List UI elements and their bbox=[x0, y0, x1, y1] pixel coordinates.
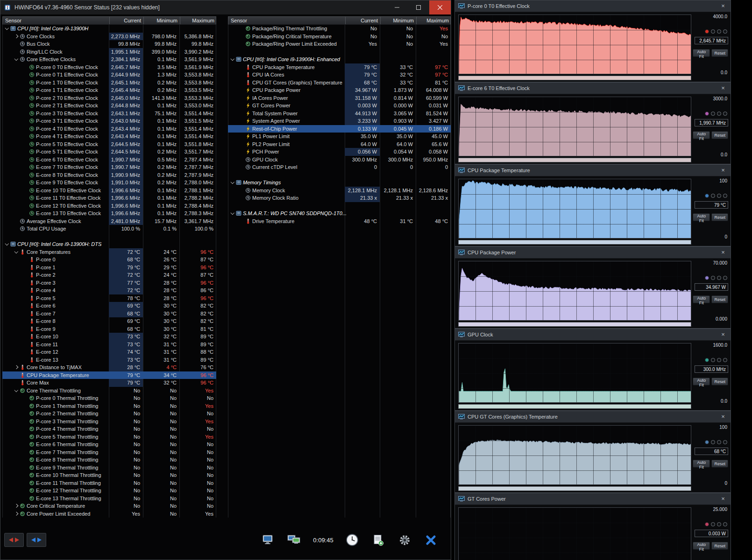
sensor-row[interactable]: IA Cores Power31.158 W0.814 W60.599 W bbox=[228, 94, 451, 102]
sensor-row[interactable]: P-core 4 T0 Effective Clock2,643.4 MHz0.… bbox=[2, 125, 216, 133]
sensor-row[interactable]: PL2 Power Limit64.0 W64.0 W65.6 W bbox=[228, 140, 451, 148]
sensor-row[interactable]: S.M.A.R.T.: WD PC SN740 SDDPNQD-1T0... bbox=[228, 210, 451, 217]
sensor-row[interactable]: E-core 1073 °C32 °C89 °C bbox=[2, 333, 216, 341]
sensor-row[interactable]: Package/Ring Thermal ThrottlingNoNoYes bbox=[228, 25, 451, 33]
sensor-row[interactable]: P-core 5 T1 Effective Clock2,644.5 MHz0.… bbox=[2, 148, 216, 156]
sensor-row[interactable]: P-core 1 T1 Effective Clock2,645.4 MHz0.… bbox=[2, 86, 216, 94]
sensor-row[interactable]: E-core 1274 °C31 °C88 °C bbox=[2, 348, 216, 356]
sensor-row[interactable]: CPU [#0]: Intel Core i9-13900H bbox=[2, 25, 216, 33]
close-icon[interactable]: × bbox=[719, 495, 727, 503]
sensor-row[interactable]: P-core 179 °C29 °C96 °C bbox=[2, 264, 216, 272]
sensor-row[interactable]: Core Power Limit ExceededYesNoYes bbox=[2, 510, 216, 518]
sensor-row[interactable]: GPU Clock300.0 MHz300.0 MHz950.0 MHz bbox=[228, 156, 451, 164]
sensor-row[interactable]: CPU IA Cores79 °C32 °C97 °C bbox=[228, 71, 451, 79]
option-circle[interactable] bbox=[711, 358, 715, 362]
close-icon[interactable]: × bbox=[719, 2, 727, 10]
option-circle[interactable] bbox=[711, 112, 715, 116]
sensor-row[interactable]: E-core 12 Thermal ThrottlingNoNoNo bbox=[2, 487, 216, 495]
series-color-dot[interactable] bbox=[705, 358, 709, 362]
clock-button[interactable] bbox=[342, 530, 362, 550]
option-circle[interactable] bbox=[711, 276, 715, 280]
auto-fit-button[interactable]: Auto Fit bbox=[693, 378, 710, 385]
settings-gear-button[interactable] bbox=[395, 530, 414, 550]
expand-chevron-icon[interactable] bbox=[14, 511, 19, 517]
sensor-row[interactable]: E-core 1173 °C31 °C89 °C bbox=[2, 341, 216, 349]
sensor-row[interactable]: Core Distance to TjMAX28 °C4 °C76 °C bbox=[2, 364, 216, 371]
option-circle[interactable] bbox=[717, 522, 721, 526]
sensor-row[interactable]: E-core 8 T0 Effective Clock1,990.9 MHz0.… bbox=[2, 171, 216, 179]
sensor-row[interactable]: Core Effective Clocks2,384.1 MHz0.1 MHz3… bbox=[2, 56, 216, 63]
graph-titlebar[interactable]: CPU Package Temperature× bbox=[455, 165, 731, 176]
sensor-row[interactable]: Rest-of-Chip Power0.133 W0.045 W0.186 W bbox=[228, 125, 451, 133]
column-header-sensor[interactable]: Sensor bbox=[228, 17, 345, 24]
reset-button[interactable]: Reset bbox=[711, 49, 728, 57]
sensor-row[interactable]: P-core 1 Thermal ThrottlingNoNoYes bbox=[2, 402, 216, 410]
close-button[interactable] bbox=[429, 0, 451, 14]
sensor-row[interactable]: P-core 2 T1 Effective Clock2,644.8 MHz0.… bbox=[2, 102, 216, 110]
minimize-button[interactable] bbox=[386, 0, 408, 14]
option-circle[interactable] bbox=[723, 194, 727, 198]
option-circle[interactable] bbox=[711, 522, 715, 526]
sensor-row[interactable]: P-core 578 °C28 °C96 °C bbox=[2, 294, 216, 302]
sensor-row[interactable]: CPU [#0]: Intel Core i9-13900H: Enhanced bbox=[228, 56, 451, 63]
sensor-row[interactable]: E-core 768 °C30 °C82 °C bbox=[2, 310, 216, 318]
sensor-row[interactable]: CPU GT Cores (Graphics) Temperature68 °C… bbox=[228, 79, 451, 87]
sensor-row[interactable]: Memory Clock2,128.1 MHz2,128.1 MHz2,128.… bbox=[228, 187, 451, 195]
sensor-row[interactable]: P-core 3 T0 Effective Clock2,643.1 MHz75… bbox=[2, 110, 216, 118]
sensor-row[interactable]: P-core 5 Thermal ThrottlingNoNoYes bbox=[2, 433, 216, 441]
sensor-row[interactable]: Package/Ring Power Limit ExceededYesNoYe… bbox=[228, 40, 451, 48]
collapse-chevron-icon[interactable] bbox=[230, 210, 235, 216]
sensor-row[interactable]: Memory Timings bbox=[228, 179, 451, 187]
option-circle[interactable] bbox=[717, 440, 721, 444]
sensor-row[interactable]: System Agent Power3.233 W0.903 W3.427 W bbox=[228, 117, 451, 125]
sensor-row[interactable]: P-core 2 Thermal ThrottlingNoNoNo bbox=[2, 410, 216, 418]
graph-titlebar[interactable]: P-core 0 T0 Effective Clock× bbox=[455, 0, 731, 12]
sensor-row[interactable]: CPU Package Temperature79 °C34 °C96 °C bbox=[2, 371, 216, 379]
graph-scrollbar[interactable] bbox=[458, 158, 691, 162]
auto-fit-button[interactable]: Auto Fit bbox=[693, 460, 710, 468]
auto-fit-button[interactable]: Auto Fit bbox=[693, 213, 710, 221]
titlebar[interactable]: HWiNFO64 v7.36-4960 Sensor Status [232 v… bbox=[0, 0, 451, 14]
sensor-row[interactable]: E-core 6 T0 Effective Clock1,990.7 MHz0.… bbox=[2, 156, 216, 164]
sensor-row[interactable]: P-core 0 Thermal ThrottlingNoNoNo bbox=[2, 394, 216, 402]
graph-scrollbar[interactable] bbox=[458, 404, 691, 409]
sensor-row[interactable]: Core Thermal ThrottlingNoNoYes bbox=[2, 387, 216, 395]
option-circle[interactable] bbox=[711, 29, 715, 34]
collapse-chevron-icon[interactable] bbox=[14, 249, 19, 255]
sensor-row[interactable]: E-core 9 T0 Effective Clock1,991.0 MHz0.… bbox=[2, 179, 216, 187]
close-icon[interactable]: × bbox=[719, 413, 727, 421]
graph-titlebar[interactable]: CPU GT Cores (Graphics) Temperature× bbox=[455, 411, 731, 423]
sensor-row[interactable]: Package/Ring Critical TemperatureNoNoNo bbox=[228, 33, 451, 41]
sensor-row[interactable]: E-core 1373 °C31 °C89 °C bbox=[2, 356, 216, 364]
sensor-row[interactable]: PL1 Power Limit35.0 W35.0 W45.0 W bbox=[228, 133, 451, 140]
sensor-row[interactable]: P-core 2 T0 Effective Clock2,645.0 MHz14… bbox=[2, 94, 216, 102]
sensor-row[interactable]: Average Effective Clock2,481.0 MHz15.7 M… bbox=[2, 217, 216, 225]
sensor-row[interactable]: Total CPU Usage100.0 %0.1 %100.0 % bbox=[2, 225, 216, 233]
reset-button[interactable]: Reset bbox=[711, 542, 728, 550]
sensor-row[interactable]: Ring/LLC Clock1,995.1 MHz399.0 MHz3,990.… bbox=[2, 48, 216, 56]
maximize-button[interactable] bbox=[408, 0, 429, 14]
option-circle[interactable] bbox=[723, 112, 727, 116]
option-circle[interactable] bbox=[717, 276, 721, 280]
sensor-row[interactable]: E-core 11 Thermal ThrottlingNoNoNo bbox=[2, 479, 216, 487]
column-header-minimum[interactable]: Minimum bbox=[380, 17, 416, 24]
sensor-row[interactable]: P-core 3 T1 Effective Clock2,643.0 MHz0.… bbox=[2, 117, 216, 125]
graph-scrollbar[interactable] bbox=[458, 486, 691, 491]
reset-button[interactable]: Reset bbox=[711, 295, 728, 303]
sensor-row[interactable]: E-core 12 T0 Effective Clock1,996.6 MHz0… bbox=[2, 202, 216, 210]
option-circle[interactable] bbox=[717, 112, 721, 116]
close-sensors-button[interactable] bbox=[421, 530, 440, 550]
sensor-row[interactable]: Memory Clock Ratio21.33 x21.33 x21.33 x bbox=[228, 194, 451, 202]
sensor-row[interactable]: Current cTDP Level000 bbox=[228, 163, 451, 171]
reset-button[interactable]: Reset bbox=[711, 131, 728, 139]
sensor-row[interactable]: P-core 472 °C28 °C86 °C bbox=[2, 287, 216, 294]
graph-titlebar[interactable]: CPU Package Power× bbox=[455, 247, 731, 259]
auto-fit-button[interactable]: Auto Fit bbox=[693, 295, 710, 303]
graph-scrollbar[interactable] bbox=[458, 76, 691, 80]
sensor-row[interactable]: E-core 7 Thermal ThrottlingNoNoNo bbox=[2, 448, 216, 456]
series-color-dot[interactable] bbox=[705, 276, 709, 280]
series-color-dot[interactable] bbox=[705, 194, 709, 198]
sensor-row[interactable]: CPU Package Power34.967 W1.873 W64.008 W bbox=[228, 86, 451, 94]
sensor-row[interactable]: E-core 7 T0 Effective Clock1,990.7 MHz0.… bbox=[2, 163, 216, 171]
sensor-row[interactable]: P-core 0 T0 Effective Clock2,645.7 MHz3.… bbox=[2, 63, 216, 71]
